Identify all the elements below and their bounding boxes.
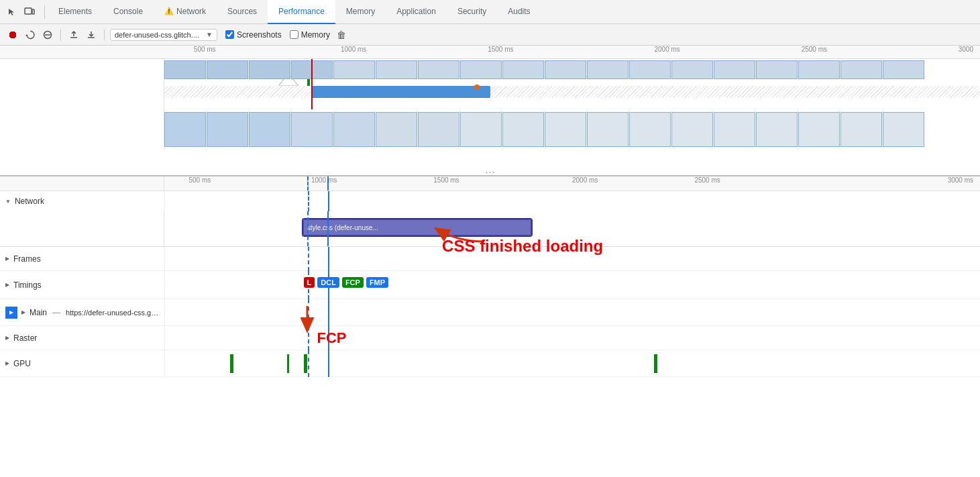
red-vline-overview [311, 59, 313, 109]
drag-handle[interactable]: ··· [485, 170, 495, 174]
raster-arrow: ▶ [5, 335, 9, 341]
gpu-bar-2 [287, 354, 289, 373]
blue-vline-resource [327, 211, 329, 246]
network-track-content-header [164, 191, 980, 211]
memory-checkbox-group: Memory [290, 30, 330, 40]
url-dropdown-arrow: ▼ [206, 31, 213, 38]
tab-console[interactable]: Console [103, 0, 154, 24]
overview-ruler-top: 500 ms 1000 ms 1500 ms 2000 ms 2500 ms 3… [0, 46, 980, 59]
tab-network[interactable]: ⚠️ Network [154, 0, 217, 24]
frames-arrow: ▶ [5, 256, 9, 262]
network-label[interactable]: ▼ Network [0, 191, 164, 211]
timings-label[interactable]: ▶ Timings [0, 271, 164, 299]
network-section: ▼ Network style.css (defer-unuse... [0, 191, 980, 247]
network-resource-row: style.css (defer-unuse... [0, 211, 980, 246]
screenshot-row-bottom [0, 109, 980, 150]
device-icon[interactable] [23, 5, 36, 19]
screenshots-label[interactable]: Screenshots [237, 30, 282, 40]
devtools-icons [5, 5, 45, 19]
gpu-bar-1 [230, 354, 233, 373]
dashed-vline-network [308, 191, 309, 211]
gpu-row: ▶ GPU [0, 350, 980, 377]
clear-button[interactable] [40, 28, 55, 42]
tab-sources[interactable]: Sources [217, 0, 268, 24]
screenshots-checkbox[interactable] [225, 30, 234, 39]
timing-badges: L DCL FCP FMP [304, 277, 390, 288]
download-button[interactable] [84, 28, 99, 42]
network-header-row: ▼ Network [0, 191, 980, 211]
network-arrow: ▼ [5, 199, 11, 205]
main-row: ▶ Main — https://defer-unused-css.glitch… [0, 299, 980, 326]
tab-bar: Elements Console ⚠️ Network Sources Perf… [0, 0, 980, 24]
gpu-content [164, 350, 980, 377]
gpu-bar-3 [304, 354, 307, 373]
timings-arrow: ▶ [5, 282, 9, 288]
trash-button[interactable]: 🗑 [337, 30, 346, 40]
css-resource-bar[interactable]: style.css (defer-unuse... [303, 219, 531, 235]
tab-audits[interactable]: Audits [497, 0, 541, 24]
reload-record-button[interactable] [23, 28, 38, 42]
svg-rect-1 [32, 9, 34, 14]
tracks-section: ▶ Frames ▶ Timings L DCL [0, 247, 980, 477]
gpu-label[interactable]: ▶ GPU [0, 350, 164, 376]
svg-marker-2 [25, 34, 28, 36]
css-bar [311, 86, 491, 98]
badge-fcp: FCP [342, 277, 364, 288]
overview-chart [0, 59, 980, 109]
detail-ruler: 500 ms 1000 ms 1500 ms 2000 ms 2500 ms 3… [0, 176, 980, 191]
url-text: defer-unused-css.glitch.... [115, 31, 203, 39]
separator-2 [104, 29, 105, 41]
memory-checkbox[interactable] [290, 30, 298, 39]
badge-l: L [304, 277, 315, 288]
warning-icon: ⚠️ [164, 7, 174, 15]
tab-memory[interactable]: Memory [335, 0, 386, 24]
raster-content [164, 326, 980, 350]
badge-fmp: FMP [366, 277, 388, 288]
hatch-after [490, 86, 980, 98]
separator-1 [60, 29, 61, 41]
tab-performance[interactable]: Performance [268, 0, 335, 24]
badge-dcl: DCL [317, 277, 339, 288]
svg-rect-0 [25, 8, 32, 14]
frames-row: ▶ Frames [0, 247, 980, 271]
svg-marker-6 [9, 311, 13, 315]
hatch-before [164, 86, 311, 98]
timings-content: L DCL FCP FMP [164, 271, 980, 299]
tab-application[interactable]: Application [386, 0, 447, 24]
screenshot-strip-top [164, 59, 980, 83]
screenshots-checkbox-group: Screenshots [225, 30, 282, 40]
main-arrow: ▶ [21, 309, 25, 315]
record-button[interactable]: ⏺ [5, 28, 20, 42]
frames-content [164, 247, 980, 271]
main-icon [5, 307, 17, 319]
url-input[interactable]: defer-unused-css.glitch.... ▼ [110, 29, 217, 41]
blue-vline-network [328, 191, 329, 211]
gpu-bar-4 [654, 354, 657, 373]
blue-vline-ruler [327, 176, 329, 191]
performance-toolbar: ⏺ defer-unused-css.glitch.... ▼ [0, 24, 980, 46]
tab-elements[interactable]: Elements [48, 0, 103, 24]
dashed-vline-ruler [307, 176, 309, 191]
gpu-arrow: ▶ [5, 360, 9, 366]
tab-security[interactable]: Security [447, 0, 497, 24]
main-content: FCP [164, 299, 980, 326]
upload-button[interactable] [66, 28, 81, 42]
cursor-icon[interactable] [5, 5, 19, 19]
main-label[interactable]: ▶ Main — https://defer-unused-css.glitch… [0, 299, 164, 325]
network-resource-content: style.css (defer-unuse... [164, 211, 980, 246]
timings-row: ▶ Timings L DCL FCP FMP [0, 271, 980, 299]
dashed-vline-resource [307, 211, 309, 246]
frames-label[interactable]: ▶ Frames [0, 247, 164, 270]
memory-label[interactable]: Memory [301, 30, 330, 40]
raster-row: ▶ Raster [0, 326, 980, 350]
raster-label[interactable]: ▶ Raster [0, 326, 164, 350]
